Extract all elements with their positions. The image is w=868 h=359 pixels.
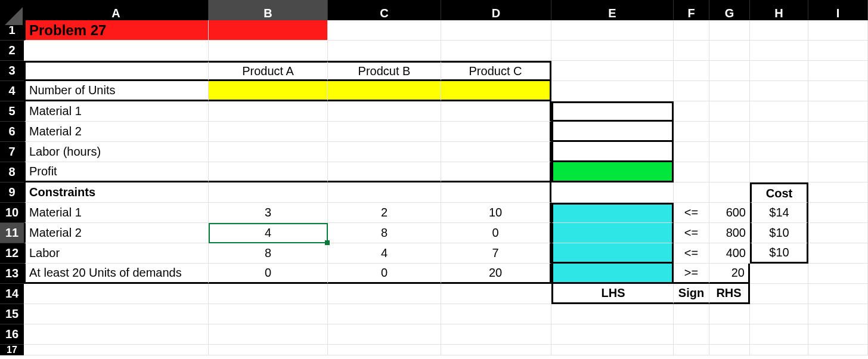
cell-B13[interactable]: 0 bbox=[209, 264, 328, 284]
cell-F14[interactable]: Sign bbox=[674, 284, 709, 304]
cell-H17[interactable] bbox=[750, 345, 808, 355]
cell-G1[interactable] bbox=[709, 20, 750, 41]
cell-I3[interactable] bbox=[808, 61, 868, 81]
cell-G16[interactable] bbox=[709, 324, 750, 345]
cell-G12[interactable]: 400 bbox=[709, 243, 750, 264]
row-header-8[interactable]: 8 bbox=[0, 162, 24, 182]
cell-H10[interactable]: $14 bbox=[750, 203, 808, 223]
cell-D7[interactable] bbox=[441, 142, 551, 162]
cell-F15[interactable] bbox=[674, 304, 709, 324]
cell-I8[interactable] bbox=[808, 162, 868, 182]
row-header-9[interactable]: 9 bbox=[0, 182, 24, 203]
cell-B9[interactable] bbox=[209, 182, 328, 203]
cell-C4[interactable] bbox=[328, 81, 441, 101]
cell-C11[interactable]: 8 bbox=[328, 223, 441, 243]
cell-D5[interactable] bbox=[441, 101, 551, 122]
cell-C7[interactable] bbox=[328, 142, 441, 162]
cell-G3[interactable] bbox=[709, 61, 750, 81]
cell-C13[interactable]: 0 bbox=[328, 264, 441, 284]
row-header-6[interactable]: 6 bbox=[0, 122, 24, 142]
cell-C10[interactable]: 2 bbox=[328, 203, 441, 223]
cell-I7[interactable] bbox=[808, 142, 868, 162]
cell-A7[interactable]: Labor (hours) bbox=[24, 142, 209, 162]
cell-F16[interactable] bbox=[674, 324, 709, 345]
cell-H9[interactable]: Cost bbox=[750, 182, 808, 203]
cell-E10[interactable] bbox=[551, 203, 674, 223]
cell-A17[interactable] bbox=[24, 345, 209, 355]
cell-H11[interactable]: $10 bbox=[750, 223, 808, 243]
cell-G15[interactable] bbox=[709, 304, 750, 324]
cell-H6[interactable] bbox=[750, 122, 808, 142]
cell-D6[interactable] bbox=[441, 122, 551, 142]
cell-I14[interactable] bbox=[808, 284, 868, 304]
cell-A10[interactable]: Material 1 bbox=[24, 203, 209, 223]
cell-F11[interactable]: <= bbox=[674, 223, 709, 243]
cell-G13[interactable]: 20 bbox=[709, 264, 750, 284]
cell-B5[interactable] bbox=[209, 101, 328, 122]
cell-E15[interactable] bbox=[551, 304, 674, 324]
cell-A6[interactable]: Material 2 bbox=[24, 122, 209, 142]
cell-D1[interactable] bbox=[441, 20, 551, 41]
cell-F3[interactable] bbox=[674, 61, 709, 81]
row-header-10[interactable]: 10 bbox=[0, 203, 24, 223]
cell-C16[interactable] bbox=[328, 324, 441, 345]
cell-A16[interactable] bbox=[24, 324, 209, 345]
cell-F9[interactable] bbox=[674, 182, 709, 203]
cell-E14[interactable]: LHS bbox=[551, 284, 674, 304]
cell-H7[interactable] bbox=[750, 142, 808, 162]
cell-A5[interactable]: Material 1 bbox=[24, 101, 209, 122]
cell-D12[interactable]: 7 bbox=[441, 243, 551, 264]
cell-G9[interactable] bbox=[709, 182, 750, 203]
cell-I17[interactable] bbox=[808, 345, 868, 355]
cell-H14[interactable] bbox=[750, 284, 808, 304]
spreadsheet-grid[interactable]: A B C D E F G H I 1 Problem 27 2 3 Produ… bbox=[0, 0, 868, 359]
cell-B17[interactable] bbox=[209, 345, 328, 355]
cell-E17[interactable] bbox=[551, 345, 674, 355]
cell-D15[interactable] bbox=[441, 304, 551, 324]
cell-G7[interactable] bbox=[709, 142, 750, 162]
cell-G4[interactable] bbox=[709, 81, 750, 101]
cell-A9[interactable]: Constraints bbox=[24, 182, 209, 203]
cell-H15[interactable] bbox=[750, 304, 808, 324]
row-header-14[interactable]: 14 bbox=[0, 284, 24, 304]
cell-D13[interactable]: 20 bbox=[441, 264, 551, 284]
cell-B11[interactable]: 4 bbox=[209, 223, 328, 243]
cell-C8[interactable] bbox=[328, 162, 441, 182]
cell-E6[interactable] bbox=[551, 122, 674, 142]
cell-F2[interactable] bbox=[674, 41, 709, 61]
row-header-16[interactable]: 16 bbox=[0, 324, 24, 345]
cell-E2[interactable] bbox=[551, 41, 674, 61]
cell-F4[interactable] bbox=[674, 81, 709, 101]
cell-C9[interactable] bbox=[328, 182, 441, 203]
cell-E11[interactable] bbox=[551, 223, 674, 243]
cell-G10[interactable]: 600 bbox=[709, 203, 750, 223]
cell-I11[interactable] bbox=[808, 223, 868, 243]
cell-H3[interactable] bbox=[750, 61, 808, 81]
cell-H2[interactable] bbox=[750, 41, 808, 61]
cell-B10[interactable]: 3 bbox=[209, 203, 328, 223]
cell-H4[interactable] bbox=[750, 81, 808, 101]
cell-C15[interactable] bbox=[328, 304, 441, 324]
cell-A1[interactable]: Problem 27 bbox=[24, 20, 209, 41]
cell-I15[interactable] bbox=[808, 304, 868, 324]
cell-E5[interactable] bbox=[551, 101, 674, 122]
cell-D16[interactable] bbox=[441, 324, 551, 345]
cell-I12[interactable] bbox=[808, 243, 868, 264]
cell-B16[interactable] bbox=[209, 324, 328, 345]
cell-G11[interactable]: 800 bbox=[709, 223, 750, 243]
cell-D2[interactable] bbox=[441, 41, 551, 61]
cell-H8[interactable] bbox=[750, 162, 808, 182]
cell-C3[interactable]: Prodcut B bbox=[328, 61, 441, 81]
cell-C6[interactable] bbox=[328, 122, 441, 142]
cell-A4[interactable]: Number of Units bbox=[24, 81, 209, 101]
cell-G5[interactable] bbox=[709, 101, 750, 122]
cell-I2[interactable] bbox=[808, 41, 868, 61]
cell-F6[interactable] bbox=[674, 122, 709, 142]
cell-E3[interactable] bbox=[551, 61, 674, 81]
cell-C17[interactable] bbox=[328, 345, 441, 355]
cell-B4[interactable] bbox=[209, 81, 328, 101]
cell-A3[interactable] bbox=[24, 61, 209, 81]
cell-D8[interactable] bbox=[441, 162, 551, 182]
cell-C14[interactable] bbox=[328, 284, 441, 304]
cell-D4[interactable] bbox=[441, 81, 551, 101]
